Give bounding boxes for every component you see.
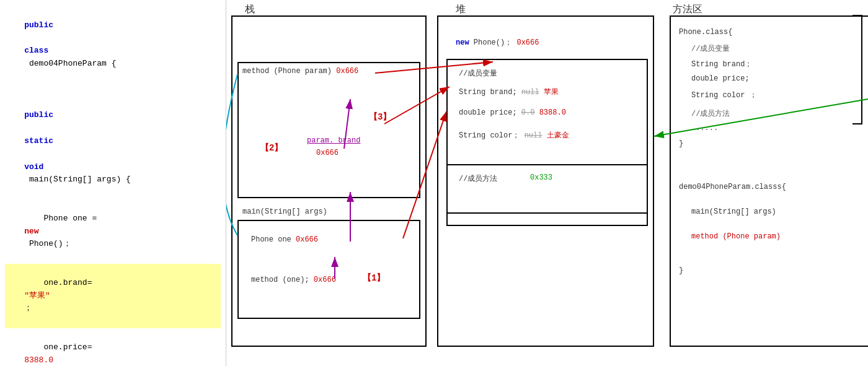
diagram-area: 栈 堆 方法区 method (Phone param) 0x666 param… <box>226 0 868 366</box>
stack-label: 栈 <box>245 3 255 16</box>
main-frame-box <box>237 220 420 319</box>
param-brand-label: param. brand <box>307 136 360 145</box>
ma-method-comment: //成员方法 <box>691 108 730 119</box>
heap-label: 堆 <box>456 3 466 16</box>
main-frame-label: main(String[] args) <box>242 207 327 216</box>
code-line-2: public static void main(String[] args) { <box>5 84 221 199</box>
ma-main: main(String[] args) <box>691 207 776 216</box>
phone-one-label: Phone one 0x666 <box>251 235 318 244</box>
ma-demo-class: demo04PhoneParam.classs{ <box>679 183 786 191</box>
step1-label: 【1】 <box>363 272 385 284</box>
heap-new-phone: new Phone()； 0x666 <box>456 37 539 48</box>
code-panel: public class demo04PhoneParam { public s… <box>0 0 226 366</box>
code-line-5: one.price= 8388.0 ； <box>5 328 221 366</box>
method-frame-box <box>237 62 420 198</box>
ma-phone-class: Phone.class{ <box>679 28 732 37</box>
param-brand-addr: 0x666 <box>316 149 339 157</box>
heap-color: String color； null 土豪金 <box>459 130 569 141</box>
step3-label: 【3】 <box>369 111 391 123</box>
code-line-3: Phone one = new Phone()； <box>5 199 221 264</box>
method-frame-label: method (Phone param) 0x666 <box>242 67 358 76</box>
step2-label: 【2】 <box>260 142 283 154</box>
ma-brand: String brand； <box>691 59 752 69</box>
method-one-label: method (one); 0x666 <box>251 276 336 284</box>
heap-method-addr: 0x333 <box>530 173 552 182</box>
ma-close2: } <box>679 266 683 275</box>
ma-comment: //成员变量 <box>691 43 730 54</box>
ma-color: String color ； <box>691 90 757 100</box>
heap-member-var: //成员变量 <box>459 68 497 79</box>
heap-brand: String brand; null 苹果 <box>459 87 559 97</box>
ma-dots: ...... <box>691 124 718 133</box>
code-line-1: public class demo04PhoneParam { <box>5 6 221 84</box>
code-line-4: one.brand= "苹果" ； <box>5 264 221 328</box>
ma-method: method (Phone param) <box>691 232 781 241</box>
heap-price: double price; 0.0 8388.0 <box>459 108 566 117</box>
ma-price: double price; <box>691 74 750 83</box>
heap-method: //成员方法 <box>459 173 497 184</box>
ma-close1: } <box>679 139 683 148</box>
heap-method-box <box>446 164 648 214</box>
method-area-label: 方法区 <box>673 3 702 16</box>
